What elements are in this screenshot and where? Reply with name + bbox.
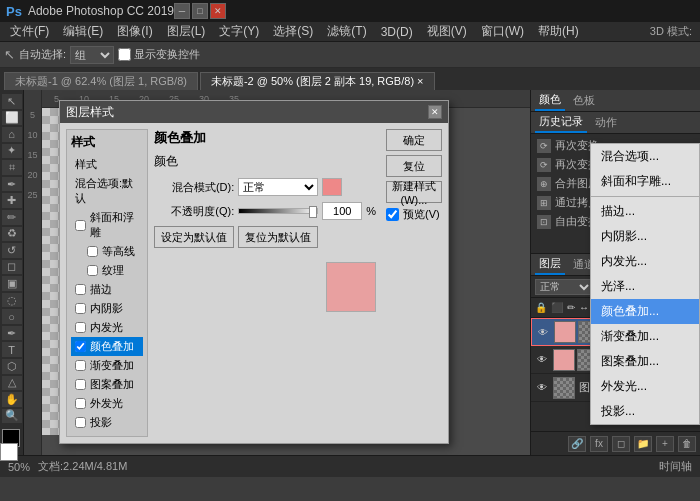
lock-transparent[interactable]: ⬛ — [551, 302, 563, 313]
ctx-pattern-overlay[interactable]: 图案叠加... — [591, 349, 699, 374]
show-transform-checkbox[interactable] — [118, 48, 131, 61]
ctx-satin[interactable]: 光泽... — [591, 274, 699, 299]
opacity-input[interactable] — [322, 202, 362, 220]
tab-color[interactable]: 颜色 — [535, 90, 565, 111]
blend-mode-select[interactable]: 正常 溶解 正片叠底 — [238, 178, 318, 196]
new-layer-button[interactable]: + — [656, 436, 674, 452]
layer-eye-2[interactable]: 👁 — [535, 381, 549, 395]
tab-untitled2[interactable]: 未标题-2 @ 50% (图层 2 副本 19, RGB/8) × — [200, 72, 435, 90]
menu-image[interactable]: 图像(I) — [111, 21, 158, 42]
menu-3d[interactable]: 3D(D) — [375, 23, 419, 41]
auto-select-dropdown[interactable]: 组 图层 — [70, 46, 114, 64]
style-item-style[interactable]: 样式 — [71, 155, 143, 174]
lock-position[interactable]: ↔ — [579, 302, 589, 313]
tab-history[interactable]: 历史记录 — [535, 112, 587, 133]
ctx-drop-shadow[interactable]: 投影... — [591, 399, 699, 424]
ctx-inner-glow[interactable]: 内发光... — [591, 249, 699, 274]
style-item-stroke[interactable]: 描边 — [71, 280, 143, 299]
tab-swatches[interactable]: 色板 — [569, 91, 599, 110]
tab-actions[interactable]: 动作 — [591, 113, 621, 132]
opacity-slider-thumb[interactable] — [309, 206, 317, 218]
opacity-slider[interactable] — [238, 208, 318, 214]
tool-move[interactable]: ↖ — [2, 94, 22, 109]
title-text: Adobe Photoshop CC 2019 — [28, 4, 174, 18]
confirm-button[interactable]: 确定 — [386, 129, 442, 151]
style-item-blend[interactable]: 混合选项:默认 — [71, 174, 143, 208]
ctx-outer-glow[interactable]: 外发光... — [591, 374, 699, 399]
tool-path-select[interactable]: ⬡ — [2, 359, 22, 374]
blend-mode-layers[interactable]: 正常 — [535, 279, 593, 295]
set-default-button[interactable]: 设定为默认值 — [154, 226, 234, 248]
background-color[interactable] — [0, 443, 18, 461]
menu-file[interactable]: 文件(F) — [4, 21, 55, 42]
tab-layers[interactable]: 图层 — [535, 254, 565, 275]
link-layers-button[interactable]: 🔗 — [568, 436, 586, 452]
tool-brush[interactable]: ✏ — [2, 210, 22, 225]
ctx-stroke[interactable]: 描边... — [591, 199, 699, 224]
menu-text[interactable]: 文字(Y) — [213, 21, 265, 42]
tool-crop[interactable]: ⌗ — [2, 160, 22, 175]
ctx-bevel[interactable]: 斜面和字雕... — [591, 169, 699, 194]
menu-filter[interactable]: 滤镜(T) — [321, 21, 372, 42]
opacity-label: 不透明度(Q): — [154, 204, 234, 219]
menu-window[interactable]: 窗口(W) — [475, 21, 530, 42]
style-item-inner-glow[interactable]: 内发光 — [71, 318, 143, 337]
menu-edit[interactable]: 编辑(E) — [57, 21, 109, 42]
lock-image[interactable]: ✏ — [567, 302, 575, 313]
style-item-drop-shadow[interactable]: 投影 — [71, 413, 143, 432]
tool-clone[interactable]: ♻ — [2, 227, 22, 242]
tool-shape[interactable]: △ — [2, 376, 22, 391]
ctx-color-overlay[interactable]: 颜色叠加... — [591, 299, 699, 324]
style-item-pattern-overlay[interactable]: 图案叠加 — [71, 375, 143, 394]
menu-select[interactable]: 选择(S) — [267, 21, 319, 42]
menu-help[interactable]: 帮助(H) — [532, 21, 585, 42]
tool-heal[interactable]: ✚ — [2, 193, 22, 208]
style-item-inner-shadow[interactable]: 内阴影 — [71, 299, 143, 318]
close-button[interactable]: ✕ — [210, 3, 226, 19]
style-item-outer-glow[interactable]: 外发光 — [71, 394, 143, 413]
reset-button[interactable]: 复位 — [386, 155, 442, 177]
layer-eye-0[interactable]: 👁 — [536, 325, 550, 339]
new-group-button[interactable]: 📁 — [634, 436, 652, 452]
tool-eyedropper[interactable]: ✒ — [2, 177, 22, 192]
tool-dodge[interactable]: ○ — [2, 309, 22, 324]
delete-layer-button[interactable]: 🗑 — [678, 436, 696, 452]
style-item-bevel[interactable]: 斜面和浮雕 — [71, 208, 143, 242]
minimize-button[interactable]: ─ — [174, 3, 190, 19]
auto-select-label: 自动选择: — [19, 47, 66, 62]
show-transform-label[interactable]: 显示变换控件 — [118, 47, 200, 62]
ctx-gradient-overlay[interactable]: 渐变叠加... — [591, 324, 699, 349]
layer-eye-1[interactable]: 👁 — [535, 353, 549, 367]
tool-zoom[interactable]: 🔍 — [2, 409, 22, 424]
tab-untitled1[interactable]: 未标题-1 @ 62.4% (图层 1, RGB/8) — [4, 72, 198, 90]
tool-text[interactable]: T — [2, 342, 22, 357]
dialog-close-button[interactable]: ✕ — [428, 105, 442, 119]
style-item-texture[interactable]: 纹理 — [71, 261, 143, 280]
ctx-blend-options[interactable]: 混合选项... — [591, 144, 699, 169]
tool-eraser[interactable]: ◻ — [2, 260, 22, 275]
color-swatch[interactable] — [322, 178, 342, 196]
menu-view[interactable]: 视图(V) — [421, 21, 473, 42]
preview-checkbox[interactable] — [386, 208, 399, 221]
move-tool-icon: ↖ — [4, 47, 15, 62]
ctx-inner-shadow[interactable]: 内阴影... — [591, 224, 699, 249]
tool-select-rect[interactable]: ⬜ — [2, 111, 22, 126]
maximize-button[interactable]: □ — [192, 3, 208, 19]
tool-pen[interactable]: ✒ — [2, 326, 22, 341]
add-mask-button[interactable]: ◻ — [612, 436, 630, 452]
tool-hand[interactable]: ✋ — [2, 392, 22, 407]
tool-magic-wand[interactable]: ✦ — [2, 144, 22, 159]
add-style-button[interactable]: fx — [590, 436, 608, 452]
style-item-contour[interactable]: 等高线 — [71, 242, 143, 261]
preview-checkbox-row: 预览(V) — [386, 207, 442, 222]
reset-default-button[interactable]: 复位为默认值 — [238, 226, 318, 248]
tool-history-brush[interactable]: ↺ — [2, 243, 22, 258]
style-item-gradient-overlay[interactable]: 渐变叠加 — [71, 356, 143, 375]
tool-lasso[interactable]: ⌂ — [2, 127, 22, 142]
new-style-button[interactable]: 新建样式(W)... — [386, 181, 442, 203]
menu-layer[interactable]: 图层(L) — [161, 21, 212, 42]
tool-gradient[interactable]: ▣ — [2, 276, 22, 291]
style-item-color-overlay[interactable]: 颜色叠加 — [71, 337, 143, 356]
tool-blur[interactable]: ◌ — [2, 293, 22, 308]
preview-area — [326, 262, 376, 312]
